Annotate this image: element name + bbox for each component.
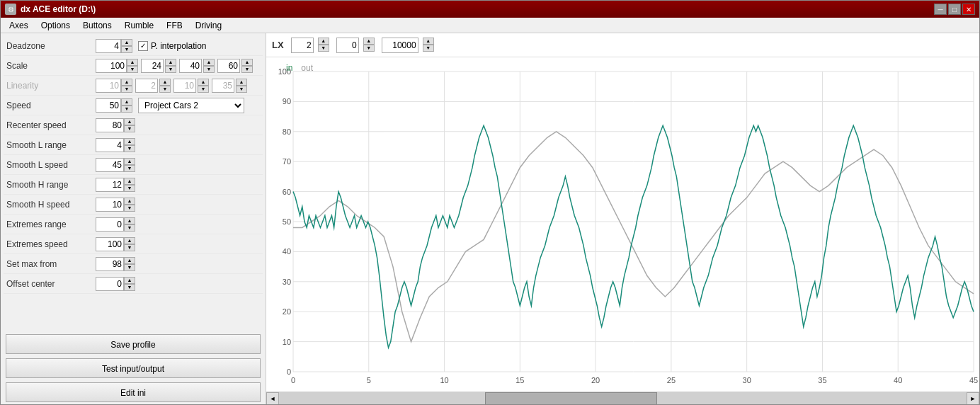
lin-v1[interactable] bbox=[135, 79, 158, 93]
cv1-down[interactable]: ▼ bbox=[318, 45, 329, 52]
deadzone-down[interactable]: ▼ bbox=[121, 46, 132, 53]
save-profile-button[interactable]: Save profile bbox=[6, 334, 261, 354]
scale-v1-down[interactable]: ▼ bbox=[165, 66, 176, 73]
er-up[interactable]: ▲ bbox=[124, 217, 135, 224]
menu-buttons[interactable]: Buttons bbox=[77, 19, 118, 31]
linearity-input[interactable] bbox=[96, 79, 121, 93]
smf-down[interactable]: ▼ bbox=[124, 264, 135, 271]
rc-down[interactable]: ▼ bbox=[124, 125, 135, 132]
set-max-from-input[interactable] bbox=[96, 257, 124, 271]
extremes-range-input[interactable] bbox=[96, 217, 124, 232]
scale-v1[interactable] bbox=[141, 59, 164, 73]
chart-v1-input[interactable] bbox=[291, 38, 314, 53]
edit-ini-row: Edit ini bbox=[1, 380, 266, 404]
slr-down[interactable]: ▼ bbox=[124, 145, 135, 152]
cv2-down[interactable]: ▼ bbox=[363, 45, 375, 52]
menu-axes[interactable]: Axes bbox=[4, 19, 34, 31]
scale-v2-up[interactable]: ▲ bbox=[203, 59, 215, 66]
extremes-speed-row: Extremes speed ▲▼ bbox=[4, 234, 263, 254]
smooth-h-range-input[interactable] bbox=[96, 178, 124, 192]
lin-down[interactable]: ▼ bbox=[121, 86, 132, 93]
es-up[interactable]: ▲ bbox=[124, 237, 135, 244]
menu-rumble[interactable]: Rumble bbox=[119, 19, 159, 31]
menu-options[interactable]: Options bbox=[35, 19, 76, 31]
title-buttons: ─ □ ✕ bbox=[934, 4, 975, 15]
sls-down[interactable]: ▼ bbox=[124, 165, 135, 172]
deadzone-row: Deadzone ▲ ▼ ✓ P. interpolation bbox=[4, 36, 263, 56]
interpolation-checkbox[interactable]: ✓ bbox=[138, 41, 148, 51]
lin-up[interactable]: ▲ bbox=[121, 79, 132, 86]
smooth-h-range-row: Smooth H range ▲▼ bbox=[4, 175, 263, 195]
offset-center-input[interactable] bbox=[96, 277, 124, 291]
cv3-up[interactable]: ▲ bbox=[423, 38, 434, 45]
lin-v2-down[interactable]: ▼ bbox=[198, 86, 209, 93]
shs-up[interactable]: ▲ bbox=[124, 198, 135, 205]
lin-v3-down[interactable]: ▼ bbox=[236, 86, 247, 93]
test-input-button[interactable]: Test input/output bbox=[6, 358, 261, 378]
scroll-left-button[interactable]: ◄ bbox=[266, 392, 279, 405]
deadzone-up[interactable]: ▲ bbox=[121, 39, 132, 46]
speed-up[interactable]: ▲ bbox=[121, 98, 132, 105]
scroll-right-button[interactable]: ► bbox=[967, 392, 979, 405]
menu-driving[interactable]: Driving bbox=[190, 19, 227, 31]
deadzone-label: Deadzone bbox=[4, 41, 96, 51]
chart-v2-input[interactable] bbox=[336, 38, 359, 53]
smf-up[interactable]: ▲ bbox=[124, 257, 135, 264]
smooth-h-speed-input[interactable] bbox=[96, 198, 124, 212]
main-content: Deadzone ▲ ▼ ✓ P. interpolation bbox=[1, 33, 979, 404]
oc-down[interactable]: ▼ bbox=[124, 284, 135, 291]
cv1-up[interactable]: ▲ bbox=[318, 38, 329, 45]
profile-select[interactable]: Project Cars 2 bbox=[138, 98, 244, 113]
rc-up[interactable]: ▲ bbox=[124, 118, 135, 125]
interpolation-row: ✓ P. interpolation bbox=[138, 41, 263, 51]
scroll-track[interactable] bbox=[279, 392, 967, 405]
shr-up[interactable]: ▲ bbox=[124, 178, 135, 185]
slr-up[interactable]: ▲ bbox=[124, 138, 135, 145]
linearity-extra: ▲▼ ▲▼ ▲▼ bbox=[135, 79, 247, 93]
smooth-l-speed-input[interactable] bbox=[96, 158, 124, 172]
speed-down[interactable]: ▼ bbox=[121, 105, 132, 113]
recenter-speed-input[interactable] bbox=[96, 118, 124, 132]
lin-v1-down[interactable]: ▼ bbox=[159, 86, 171, 93]
scroll-thumb[interactable] bbox=[485, 392, 657, 405]
lin-v2[interactable] bbox=[173, 79, 196, 93]
cv3-down[interactable]: ▼ bbox=[423, 45, 434, 52]
extremes-speed-input[interactable] bbox=[96, 237, 124, 251]
minimize-button[interactable]: ─ bbox=[934, 4, 947, 15]
scale-v3-down[interactable]: ▼ bbox=[241, 66, 253, 73]
chart-v2-spinner: ▲ ▼ bbox=[363, 38, 375, 53]
shs-down[interactable]: ▼ bbox=[124, 205, 135, 212]
menu-ffb[interactable]: FFB bbox=[161, 19, 188, 31]
linearity-row: Linearity ▲▼ ▲▼ ▲▼ ▲▼ bbox=[4, 76, 263, 96]
sls-up[interactable]: ▲ bbox=[124, 158, 135, 165]
lin-v3[interactable] bbox=[212, 79, 234, 93]
cv2-up[interactable]: ▲ bbox=[363, 38, 375, 45]
close-button[interactable]: ✕ bbox=[962, 4, 975, 15]
smooth-h-speed-spin: ▲▼ bbox=[96, 198, 135, 212]
extremes-speed-spin: ▲▼ bbox=[96, 237, 135, 251]
speed-input[interactable] bbox=[96, 98, 121, 113]
chart-v3-input[interactable] bbox=[382, 38, 418, 53]
oc-up[interactable]: ▲ bbox=[124, 277, 135, 284]
scale-v3[interactable] bbox=[217, 59, 240, 73]
shr-down[interactable]: ▼ bbox=[124, 185, 135, 192]
scale-v3-up[interactable]: ▲ bbox=[241, 59, 253, 66]
scale-down[interactable]: ▼ bbox=[127, 66, 138, 73]
lin-v3-up[interactable]: ▲ bbox=[236, 79, 247, 86]
scale-v2-down[interactable]: ▼ bbox=[203, 66, 215, 73]
es-down[interactable]: ▼ bbox=[124, 244, 135, 251]
scrollbar: ◄ ► bbox=[266, 392, 979, 404]
scale-v2[interactable] bbox=[179, 59, 202, 73]
deadzone-input[interactable] bbox=[96, 39, 121, 53]
er-down[interactable]: ▼ bbox=[124, 224, 135, 232]
scale-input[interactable] bbox=[96, 59, 127, 73]
smooth-l-range-input[interactable] bbox=[96, 138, 124, 152]
scale-up[interactable]: ▲ bbox=[127, 59, 138, 66]
profile-area: Project Cars 2 bbox=[138, 98, 244, 113]
lin-v1-up[interactable]: ▲ bbox=[159, 79, 171, 86]
smooth-l-range-spin: ▲▼ bbox=[96, 138, 135, 152]
edit-ini-button[interactable]: Edit ini bbox=[6, 382, 261, 402]
scale-v1-up[interactable]: ▲ bbox=[165, 59, 176, 66]
lin-v2-up[interactable]: ▲ bbox=[198, 79, 209, 86]
maximize-button[interactable]: □ bbox=[948, 4, 961, 15]
